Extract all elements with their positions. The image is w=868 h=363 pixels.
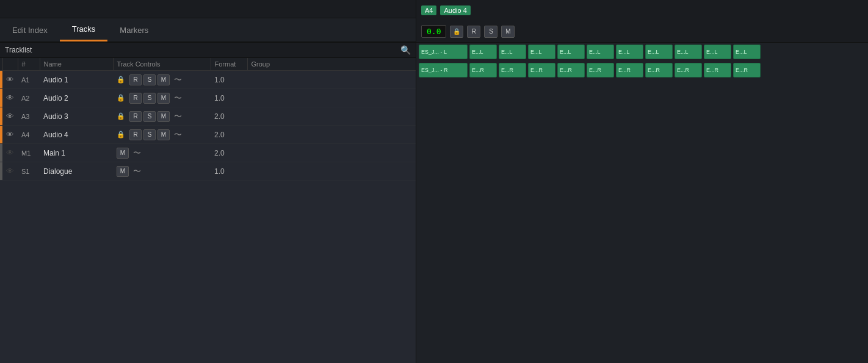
audio-clip[interactable]: E...R — [675, 63, 702, 77]
track-format: 2.0 — [211, 144, 247, 162]
track-id: M1 — [18, 144, 40, 162]
m-button[interactable]: M — [157, 111, 170, 122]
timeline-track-id-badge[interactable]: A4 — [421, 5, 436, 15]
table-row[interactable]: 👁 A4 Audio 4 🔒RSM〜 2.0 — [0, 126, 416, 144]
track-controls: 🔒RSM〜 — [117, 74, 207, 85]
track-group — [247, 126, 416, 144]
audio-clip[interactable]: E...R — [587, 63, 614, 77]
table-row[interactable]: 👁 A1 Audio 1 🔒RSM〜 1.0 — [0, 71, 416, 89]
waveform-icon: 〜 — [133, 166, 141, 177]
r-ctrl-btn[interactable]: R — [467, 26, 480, 38]
table-row[interactable]: 👁 S1 Dialogue M〜 1.0 — [0, 162, 416, 181]
audio-clip[interactable]: E...L — [704, 45, 731, 59]
audio-clip[interactable]: E...L — [499, 45, 526, 59]
track-name: Dialogue — [40, 162, 113, 181]
audio-clip[interactable]: E...R — [499, 63, 526, 77]
s-button[interactable]: S — [143, 129, 156, 140]
track-controls: 🔒RSM〜 — [117, 111, 207, 122]
lock-icon: 🔒 — [117, 94, 125, 102]
lock-ctrl-btn[interactable]: 🔒 — [450, 26, 463, 38]
track-controls-cell: 🔒RSM〜 — [113, 107, 211, 126]
audio-clip[interactable]: E...R — [733, 63, 761, 77]
s-button[interactable]: S — [143, 74, 156, 85]
audio-clip[interactable]: E...R — [616, 63, 643, 77]
timeline-top-row: A4 Audio 4 — [416, 0, 868, 21]
timeline-track-name-badge[interactable]: Audio 4 — [440, 5, 470, 15]
eye-icon[interactable]: 👁 — [6, 167, 14, 176]
timeline-header: A4 Audio 4 0.0 🔒 R S M — [416, 0, 868, 43]
table-row[interactable]: 👁 M1 Main 1 M〜 2.0 — [0, 144, 416, 162]
track-name: Audio 4 — [40, 126, 113, 144]
track-group — [247, 107, 416, 126]
track-controls-cell: 🔒RSM〜 — [113, 89, 211, 107]
audio-clip[interactable]: E...L — [645, 45, 673, 59]
track-visibility[interactable]: 👁 — [2, 162, 18, 181]
eye-icon[interactable]: 👁 — [6, 130, 14, 139]
audio-clip[interactable]: E...L — [469, 45, 497, 59]
tab-markers[interactable]: Markers — [107, 18, 161, 41]
col-name: Name — [40, 58, 113, 71]
track-name: Audio 1 — [40, 71, 113, 89]
search-input[interactable] — [37, 46, 400, 54]
timeline-area: ES_J... - LE...LE...LE...LE...LE...LE...… — [416, 43, 868, 363]
audio-clip[interactable]: E...L — [528, 45, 555, 59]
waveform-icon: 〜 — [174, 111, 182, 122]
track-name: Audio 3 — [40, 107, 113, 126]
audio-clip[interactable]: E...L — [733, 45, 761, 59]
audio-clip[interactable]: E...L — [616, 45, 643, 59]
track-controls-cell: M〜 — [113, 144, 211, 162]
track-controls: 🔒RSM〜 — [117, 129, 207, 140]
col-controls: Track Controls — [113, 58, 211, 71]
tab-tracks[interactable]: Tracks — [60, 18, 108, 41]
eye-icon[interactable]: 👁 — [6, 112, 14, 121]
audio-clip[interactable]: E...R — [557, 63, 585, 77]
m-button[interactable]: M — [117, 166, 129, 177]
track-name: Audio 2 — [40, 89, 113, 107]
track-id: A4 — [18, 126, 40, 144]
audio-clip[interactable]: ES_J... - R — [419, 63, 468, 77]
audio-clip[interactable]: E...R — [704, 63, 731, 77]
r-button[interactable]: R — [129, 129, 142, 140]
track-format: 1.0 — [211, 71, 247, 89]
s-button[interactable]: S — [143, 111, 156, 122]
s-ctrl-btn[interactable]: S — [484, 26, 497, 38]
left-panel: Edit Index Tracks Markers Tracklist 🔍 # … — [0, 0, 416, 363]
m-button[interactable]: M — [157, 93, 170, 104]
m-button[interactable]: M — [157, 129, 170, 140]
search-icon[interactable]: 🔍 — [400, 45, 411, 55]
r-button[interactable]: R — [129, 93, 142, 104]
table-row[interactable]: 👁 A2 Audio 2 🔒RSM〜 1.0 — [0, 89, 416, 107]
eye-icon[interactable]: 👁 — [6, 75, 14, 84]
track-group — [247, 71, 416, 89]
audio-clip[interactable]: E...R — [645, 63, 673, 77]
audio-clip[interactable]: E...L — [587, 45, 614, 59]
audio-clip[interactable]: E...R — [469, 63, 497, 77]
audio-clip[interactable]: E...L — [675, 45, 702, 59]
track-visibility[interactable]: 👁 — [2, 107, 18, 126]
table-header-row: # Name Track Controls Format Group — [0, 58, 416, 71]
m-button[interactable]: M — [157, 74, 170, 85]
track-name: Main 1 — [40, 144, 113, 162]
track-visibility[interactable]: 👁 — [2, 71, 18, 89]
col-format: Format — [211, 58, 247, 71]
track-visibility[interactable]: 👁 — [2, 126, 18, 144]
m-ctrl-btn[interactable]: M — [501, 26, 515, 38]
track-visibility[interactable]: 👁 — [2, 144, 18, 162]
m-button[interactable]: M — [117, 148, 129, 159]
eye-icon[interactable]: 👁 — [6, 148, 14, 157]
lock-icon: 🔒 — [117, 76, 125, 84]
audio-clip[interactable]: E...L — [557, 45, 585, 59]
waveform-icon: 〜 — [174, 129, 182, 140]
audio-clip[interactable]: ES_J... - L — [419, 45, 468, 59]
audio-clip[interactable]: E...R — [528, 63, 555, 77]
eye-icon[interactable]: 👁 — [6, 93, 14, 102]
track-visibility[interactable]: 👁 — [2, 89, 18, 107]
track-id: A3 — [18, 107, 40, 126]
r-button[interactable]: R — [129, 111, 142, 122]
table-row[interactable]: 👁 A3 Audio 3 🔒RSM〜 2.0 — [0, 107, 416, 126]
tab-edit-index[interactable]: Edit Index — [0, 18, 60, 41]
search-bar: Tracklist 🔍 — [0, 43, 416, 58]
timecode-display: 0.0 — [421, 25, 446, 38]
s-button[interactable]: S — [143, 93, 156, 104]
r-button[interactable]: R — [129, 74, 142, 85]
